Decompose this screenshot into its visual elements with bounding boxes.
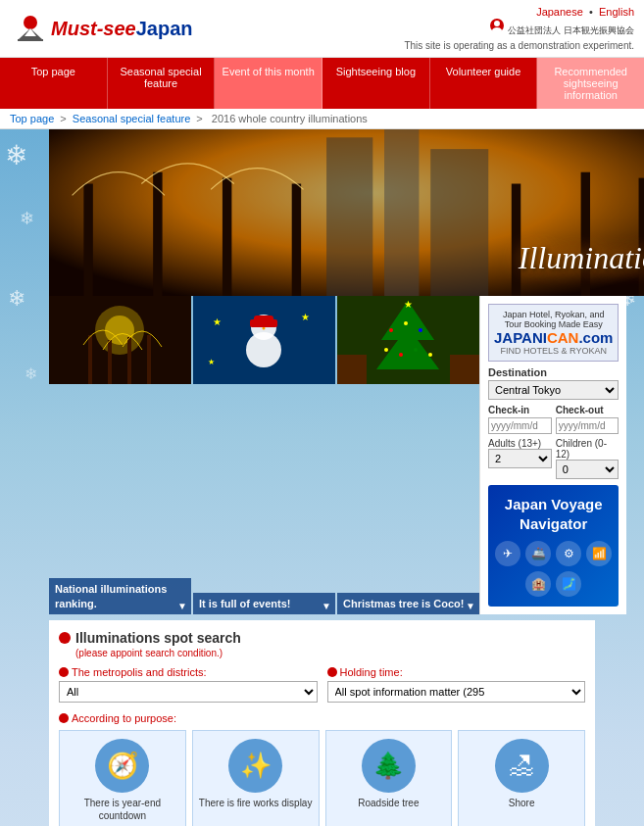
voyage-icon-hotel: 🏨 [525,571,551,597]
thumb-arrow-3: ▼ [466,600,475,612]
svg-text:★: ★ [301,312,310,322]
icon-roadside-symbol: 🌲 [362,739,416,793]
breadcrumb-current: 2016 whole country illuminations [212,113,368,124]
content-area: National illuminations ranking. ▼ [49,296,595,614]
thumb-christmas-image: ★ [337,296,479,384]
thumb-christmas[interactable]: ★ Christmas tree is Coco! ▼ [337,296,479,614]
nav-sightseeing-blog[interactable]: Sightseeing blog [322,58,430,109]
jnto-icon [489,18,505,33]
icon-grid-1: 🧭 There is year-end countdown ✨ There is… [59,730,585,826]
svg-rect-12 [153,172,162,296]
svg-point-6 [492,27,502,33]
children-select[interactable]: 0 [556,460,619,479]
breadcrumb-sep2: > [196,113,205,124]
purpose-label: According to purpose: [59,712,585,724]
svg-rect-19 [384,129,419,296]
search-title-dot [59,632,71,644]
metropolis-label: The metropolis and districts: [59,666,318,678]
thumb-events[interactable]: ★ ★ ★ It is full of events! ▼ [193,296,335,614]
checkin-col: Check-in [488,405,552,434]
thumb-christmas-label: Christmas tree is Coco! ▼ [337,593,479,614]
header-right: Japanese • English 公益社団法人 日本観光振興協会 This … [404,6,634,51]
snowflake-left-4: ❄ [25,364,37,383]
svg-point-44 [419,328,422,332]
metropolis-select[interactable]: All [59,681,318,703]
holding-select[interactable]: All spot information matter (295 [327,681,586,703]
nav-top-page[interactable]: Top page [0,58,108,109]
checkin-label: Check-in [488,405,552,415]
lang-japanese-link[interactable]: Japanese [536,6,583,18]
icon-countdown[interactable]: 🧭 There is year-end countdown [59,730,186,826]
svg-rect-35 [254,316,273,323]
svg-point-43 [404,321,408,325]
thumb-events-label: It is full of events! ▼ [193,593,335,614]
thumb-national[interactable]: National illuminations ranking. ▼ [49,296,191,614]
snowflake-left-2: ❄ [20,208,34,229]
svg-rect-13 [223,178,231,296]
icon-shore-symbol: 🏖 [495,739,549,793]
adults-select[interactable]: 2 [488,449,552,468]
breadcrumb: Top page > Seasonal special feature > 20… [0,109,644,129]
search-fields-row: The metropolis and districts: All Holdin… [59,666,585,703]
metropolis-dot [59,667,69,677]
svg-rect-14 [292,184,301,296]
snowflake-right-4: ❄ [607,364,619,383]
icon-fireworks[interactable]: ✨ There is fire works display [192,730,320,826]
header: Must-see Japan Japanese • English 公益社団法人… [0,0,644,58]
svg-text:★: ★ [208,358,215,366]
checkin-input[interactable] [488,417,552,434]
logo-mountain-icon [10,15,51,42]
snowflake-left-1: ❄ [5,139,27,171]
holding-field: Holding time: All spot information matte… [327,666,586,703]
svg-rect-24 [88,335,92,384]
nav-recommended[interactable]: Recommended sightseeing information [537,58,644,109]
metropolis-field: The metropolis and districts: All [59,666,318,703]
holding-label: Holding time: [327,666,586,678]
checkout-col: Check-out [556,405,619,434]
checkout-label: Check-out [556,405,619,415]
thumb-national-label: National illuminations ranking. ▼ [49,578,191,614]
voyage-title: Japan Voyage Navigator [494,495,613,533]
svg-point-0 [24,16,37,29]
icon-fireworks-label: There is fire works display [199,797,313,809]
destination-label: Destination [488,366,619,378]
hero-text: Illumination [519,240,644,276]
logo: Must-see Japan [10,15,193,42]
nav-seasonal[interactable]: Seasonal special feature [108,58,216,109]
thumb-events-image: ★ ★ ★ [193,296,335,384]
icon-shore[interactable]: 🏖 Shore [458,730,585,826]
jnto-text: 公益社団法人 日本観光振興協会 [508,25,634,35]
svg-rect-17 [639,178,644,296]
demo-text: This site is operating as a demonstratio… [404,40,634,51]
svg-point-5 [494,21,500,26]
svg-rect-20 [430,149,488,296]
icon-fireworks-symbol: ✨ [228,739,282,793]
hero-banner: Illumination [49,129,644,296]
voyage-icon-map: 🗾 [556,571,581,597]
svg-text:★: ★ [404,299,413,310]
checkout-input[interactable] [556,417,619,434]
japanican-tagline: Japan Hotel, Ryokan, and Tour Booking Ma… [494,310,613,329]
lang-english-link[interactable]: English [599,6,634,18]
breadcrumb-seasonal[interactable]: Seasonal special feature [73,113,190,124]
voyage-icons-row: ✈ 🚢 ⚙ 📶 🏨 🗾 [494,541,613,597]
svg-rect-50 [337,355,367,384]
nav-event-month[interactable]: Event of this month [215,58,322,109]
destination-select[interactable]: Central Tokyo [488,380,619,400]
voyage-icon-plane: ✈ [495,541,520,566]
jnto-badge [489,24,508,35]
icon-roadside[interactable]: 🌲 Roadside tree [325,730,453,826]
svg-text:★: ★ [213,316,222,327]
icon-countdown-label: There is year-end countdown [64,797,181,822]
thumb-arrow-1: ▼ [177,600,187,612]
icon-shore-label: Shore [509,797,535,809]
adults-col: Adults (13+) 2 [488,438,552,479]
snowflake-left-3: ❄ [8,286,25,312]
breadcrumb-top[interactable]: Top page [10,113,54,124]
nav-volunteer[interactable]: Volunteer guide [430,58,538,109]
search-title-row: Illuminations spot search [59,630,585,646]
voyage-icon-wifi: 📶 [586,541,612,566]
search-section: Illuminations spot search (please appoin… [49,620,595,826]
lang-links: Japanese • English 公益社団法人 日本観光振興協会 [404,6,634,37]
svg-point-42 [389,328,393,332]
